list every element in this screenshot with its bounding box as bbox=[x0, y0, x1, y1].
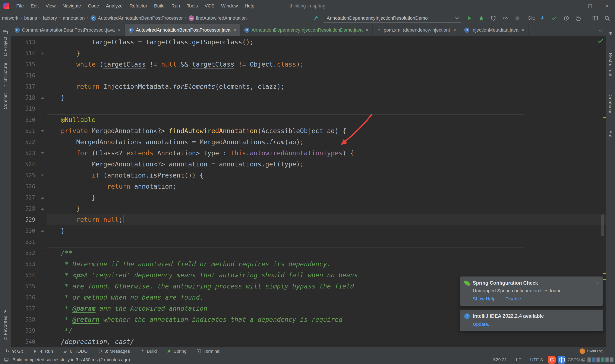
tab-injectionmetadata-java[interactable]: CInjectionMetadata.java× bbox=[460, 24, 529, 36]
tool-tab-terminal[interactable]: Terminal bbox=[197, 349, 220, 354]
code-line[interactable]: 520@Nullable bbox=[11, 114, 606, 125]
menu-item-code[interactable]: Code bbox=[85, 0, 103, 12]
line-ending-widget[interactable]: LF bbox=[516, 357, 521, 362]
code-line[interactable]: 522 MergedAnnotations annotations = Merg… bbox=[11, 137, 606, 148]
line-number[interactable]: 526 bbox=[11, 181, 38, 192]
line-number[interactable]: 532 bbox=[11, 247, 38, 259]
hidden-tabs-chevron-icon[interactable] bbox=[599, 28, 602, 31]
line-number[interactable]: 534 bbox=[11, 270, 38, 281]
menu-item-view[interactable]: View bbox=[42, 0, 59, 12]
close-tab-icon[interactable]: × bbox=[366, 27, 369, 33]
close-tab-icon[interactable]: × bbox=[118, 27, 121, 33]
javadoc-render-icon[interactable]: ≡ bbox=[38, 247, 47, 259]
line-number[interactable]: 519 bbox=[11, 103, 38, 114]
line-number[interactable]: 515 bbox=[11, 59, 38, 70]
coverage-button[interactable] bbox=[489, 14, 498, 23]
menu-item-analyze[interactable]: Analyze bbox=[103, 0, 126, 12]
tool-tab-4-run[interactable]: 4: Run bbox=[33, 349, 53, 354]
menu-item-build[interactable]: Build bbox=[151, 0, 168, 12]
profiler-button[interactable] bbox=[501, 14, 510, 23]
breadcrumb-item-findautowiredannotation[interactable]: mfindAutowiredAnnotation bbox=[188, 15, 247, 21]
code-line[interactable]: 533 * Determine if the annotated field o… bbox=[11, 259, 606, 270]
breadcrumb-item-factory[interactable]: factory bbox=[42, 15, 58, 21]
encoding-widget[interactable]: UTF-8 bbox=[530, 357, 543, 362]
line-number[interactable]: 521 bbox=[11, 125, 38, 137]
code-line[interactable]: 529 return null; bbox=[11, 214, 606, 225]
code-line[interactable]: 525 if (annotation.isPresent()) { bbox=[11, 170, 606, 181]
commit-button[interactable] bbox=[550, 14, 559, 23]
collapse-chevron-icon[interactable] bbox=[596, 281, 599, 285]
notification-spring-configuration-check[interactable]: Spring Configuration CheckUnmapped Sprin… bbox=[460, 276, 603, 306]
breadcrumb-item-beans[interactable]: beans bbox=[24, 15, 38, 21]
rollback-button[interactable] bbox=[574, 14, 583, 23]
menu-item-vcs[interactable]: VCS bbox=[201, 0, 218, 12]
line-number[interactable]: 528 bbox=[11, 203, 38, 214]
close-tab-icon[interactable]: × bbox=[233, 27, 236, 33]
close-tab-icon[interactable]: × bbox=[521, 27, 524, 33]
fold-marker-icon[interactable] bbox=[38, 203, 47, 214]
menu-item-run[interactable]: Run bbox=[168, 0, 183, 12]
line-number[interactable]: 520 bbox=[11, 114, 38, 125]
maximize-button[interactable]: □ bbox=[582, 0, 598, 12]
warning-stripe-mark[interactable] bbox=[603, 273, 606, 274]
run-config-select[interactable]: AnnotationDependencyInjectionResolutionD… bbox=[323, 14, 462, 23]
tool-tab-spring[interactable]: Spring bbox=[167, 349, 187, 354]
code-line[interactable]: 528 } bbox=[11, 203, 606, 214]
menu-item-window[interactable]: Window bbox=[218, 0, 241, 12]
line-number[interactable]: 513 bbox=[11, 37, 38, 48]
stop-button[interactable] bbox=[513, 14, 522, 23]
tab-pom-xml-dependency-injection[interactable]: mpom.xml (dependency-injection)× bbox=[373, 24, 460, 36]
line-number[interactable]: 537 bbox=[11, 303, 38, 314]
fold-marker-icon[interactable] bbox=[38, 92, 47, 103]
line-number[interactable]: 530 bbox=[11, 225, 38, 236]
line-number[interactable]: 517 bbox=[11, 81, 38, 92]
link-show-help[interactable]: Show Help bbox=[473, 296, 495, 302]
code-line[interactable]: 518} bbox=[11, 92, 606, 103]
code-line[interactable]: 527 } bbox=[11, 192, 606, 203]
line-number[interactable]: 533 bbox=[11, 259, 38, 270]
caret-position-widget[interactable]: 529:21 bbox=[493, 357, 507, 362]
fold-marker-icon[interactable] bbox=[38, 148, 47, 159]
code-line[interactable]: 524 MergedAnnotation<?> annotation = ann… bbox=[11, 159, 606, 170]
notification-intellij-idea-2022-2-4-available[interactable]: iIntelliJ IDEA 2022.2.4 availableUpdate.… bbox=[460, 310, 603, 331]
code-line[interactable]: 523 for (Class<? extends Annotation> typ… bbox=[11, 148, 606, 159]
tool-button-ant[interactable]: Ant bbox=[608, 128, 613, 141]
line-number[interactable]: 514 bbox=[11, 48, 38, 59]
line-number[interactable]: 518 bbox=[11, 92, 38, 103]
menu-item-navigate[interactable]: Navigate bbox=[59, 0, 85, 12]
fold-marker-icon[interactable] bbox=[38, 170, 47, 181]
menu-item-edit[interactable]: Edit bbox=[27, 0, 42, 12]
line-number[interactable]: 529 bbox=[11, 214, 38, 225]
tool-button-2-favorites[interactable]: ★2: Favorites bbox=[3, 306, 8, 343]
layout-button[interactable] bbox=[591, 14, 600, 23]
code-line[interactable]: 526 return annotation; bbox=[11, 181, 606, 192]
close-button[interactable]: × bbox=[598, 0, 615, 12]
fold-marker-icon[interactable] bbox=[38, 125, 47, 137]
line-number[interactable]: 516 bbox=[11, 70, 38, 81]
code-line[interactable]: 532≡/** bbox=[11, 247, 606, 259]
line-number[interactable]: 535 bbox=[11, 281, 38, 292]
search-button[interactable] bbox=[603, 14, 612, 23]
line-number[interactable]: 523 bbox=[11, 148, 38, 159]
code-line[interactable]: 531 bbox=[11, 236, 606, 247]
close-tab-icon[interactable]: × bbox=[453, 27, 456, 33]
tool-windows-toggle-icon[interactable] bbox=[4, 357, 9, 362]
update-project-button[interactable] bbox=[538, 14, 547, 23]
tool-button-maven[interactable]: m bbox=[608, 27, 613, 39]
code-line[interactable]: 516 bbox=[11, 70, 606, 81]
run-button[interactable] bbox=[465, 14, 474, 23]
fold-marker-icon[interactable] bbox=[38, 225, 47, 236]
tool-tab-build[interactable]: Build bbox=[140, 349, 157, 354]
line-number[interactable]: 524 bbox=[11, 159, 38, 170]
fold-marker-icon[interactable] bbox=[38, 48, 47, 59]
tool-button-database[interactable]: Database bbox=[608, 91, 613, 117]
warning-stripe-mark[interactable] bbox=[603, 117, 606, 118]
editor-scrollbar[interactable] bbox=[601, 214, 604, 236]
line-number[interactable]: 525 bbox=[11, 170, 38, 181]
code-line[interactable]: 515 while (targetClass != null && target… bbox=[11, 59, 606, 70]
code-line[interactable]: 530} bbox=[11, 225, 606, 236]
tool-button-restfultool[interactable]: RestfulTool bbox=[608, 50, 613, 79]
menu-item-tools[interactable]: Tools bbox=[183, 0, 201, 12]
line-number[interactable]: 527 bbox=[11, 192, 38, 203]
minimize-button[interactable]: − bbox=[565, 0, 582, 12]
